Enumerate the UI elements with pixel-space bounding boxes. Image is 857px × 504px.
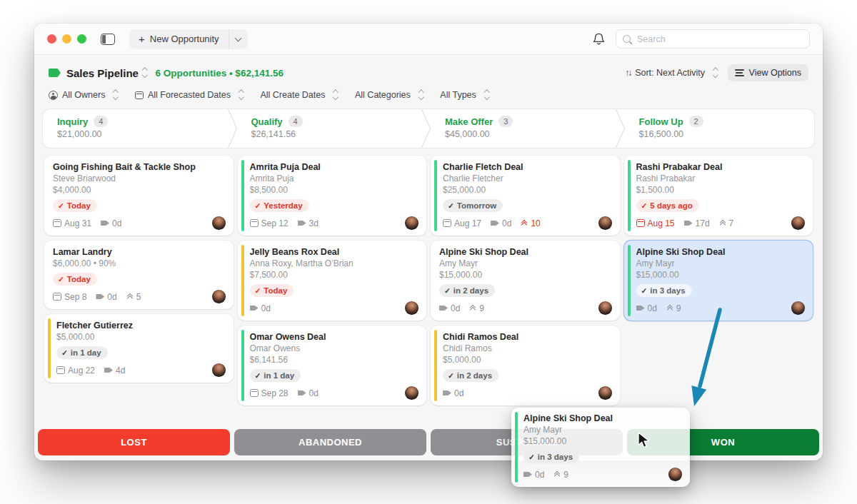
stage-age: 0d	[523, 470, 544, 480]
stage-age: 0d	[491, 218, 511, 228]
check-icon: ✓	[255, 287, 261, 295]
new-opportunity-dropdown[interactable]	[229, 29, 248, 49]
priority: 10	[521, 218, 540, 228]
forecast-date: Aug 31	[53, 218, 91, 228]
calendar-icon	[250, 389, 259, 397]
filter-owners[interactable]: All Owners	[49, 90, 118, 100]
avatar	[791, 216, 805, 230]
double-chevron-up-icon	[553, 471, 561, 478]
card-title: Going Fishing Bait & Tackle Shop	[53, 162, 226, 173]
opportunity-card[interactable]: Rashi Prabakar Deal Rashi Prabakar $1,50…	[624, 156, 813, 236]
sidebar-toggle-icon[interactable]	[101, 34, 115, 45]
category-stripe	[434, 330, 437, 401]
notifications-bell-icon[interactable]	[592, 32, 606, 46]
priority: 7	[719, 218, 734, 228]
stage-count-badge: 2	[689, 116, 703, 127]
forecast-date: Sep 28	[250, 388, 289, 398]
search-field[interactable]	[616, 29, 810, 49]
new-opportunity-button[interactable]: + New Opportunity	[129, 29, 229, 49]
calendar-icon	[443, 219, 451, 227]
abandoned-drop-button[interactable]: ABANDONED	[234, 429, 426, 455]
card-value: $6,141.56	[250, 355, 419, 366]
annotation-arrow-icon	[671, 300, 743, 414]
card-title: Omar Owens Deal	[250, 332, 419, 343]
filter-bar: All Owners All Forecasted Dates All Crea…	[34, 81, 823, 100]
stage-age: 0d	[298, 388, 319, 398]
card-value: $15,000.00	[636, 270, 806, 281]
avatar	[405, 386, 419, 400]
opportunity-card[interactable]: Jelly Beans Rox Deal Anna Roxy, Martha O…	[238, 241, 427, 321]
stage-make-offer[interactable]: Make Offer3 $45,000.00	[426, 109, 621, 148]
opportunity-card[interactable]: Amrita Puja Deal Amrita Puja $8,500.00 ✓…	[238, 156, 427, 236]
category-stripe	[241, 245, 244, 316]
check-icon: ✓	[448, 202, 454, 210]
calendar-icon	[56, 366, 65, 374]
opportunity-card[interactable]: Charlie Fletch Deal Charlie Fletcher $25…	[431, 156, 620, 236]
close-button[interactable]	[47, 34, 56, 44]
stage-follow-up[interactable]: Follow Up2 $16,500.00	[621, 109, 815, 148]
avatar	[405, 301, 419, 315]
check-icon: ✓	[444, 287, 451, 295]
card-title: Amrita Puja Deal	[250, 162, 419, 173]
lost-drop-button[interactable]: LOST	[38, 429, 230, 455]
zoom-button[interactable]	[77, 34, 86, 44]
filter-types[interactable]: All Types	[440, 90, 488, 100]
stage-inquiry[interactable]: Inquiry4 $21,000.00	[43, 109, 233, 148]
card-person: Amy Mayr	[439, 258, 612, 269]
card-title: Charlie Fletch Deal	[443, 162, 612, 173]
avatar	[212, 216, 226, 230]
chevron-updown-icon	[713, 69, 718, 77]
calendar-icon	[250, 219, 259, 227]
due-pill: ✓in 1 day	[250, 369, 301, 382]
minimize-button[interactable]	[62, 34, 71, 44]
check-icon: ✓	[255, 202, 261, 210]
view-options-button[interactable]: View Options	[728, 64, 808, 81]
card-title: Alpine Ski Shop Deal	[636, 247, 806, 258]
filter-categories[interactable]: All Categories	[355, 90, 423, 100]
tag-icon	[250, 305, 259, 311]
opportunity-card[interactable]: Lamar Landry $6,000.00 • 90% ✓Today Sep …	[44, 241, 234, 309]
opportunity-card[interactable]: Chidi Ramos Deal Chidi Ramos $5,000.00 ✓…	[431, 326, 620, 405]
tag-icon	[636, 305, 645, 311]
pipeline-switcher-chevrons-icon[interactable]	[143, 69, 147, 77]
card-value: $6,000.00 • 90%	[53, 258, 226, 269]
card-person: Rashi Prabakar	[636, 173, 806, 184]
tag-icon	[439, 305, 448, 311]
double-chevron-up-icon	[126, 293, 134, 301]
due-pill: ✓Today	[53, 273, 97, 286]
opportunity-card[interactable]: Alpine Ski Shop Deal Amy Mayr $15,000.00…	[431, 241, 620, 321]
sliders-icon	[735, 69, 744, 76]
stage-count-badge: 4	[289, 116, 303, 127]
window-toolbar: + New Opportunity	[34, 24, 823, 55]
due-pill: ✓in 3 days	[523, 450, 579, 463]
stage-age: 0d	[439, 303, 460, 313]
sort-arrows-icon: ↑↓	[625, 68, 631, 78]
calendar-icon	[135, 91, 144, 99]
check-icon: ✓	[58, 276, 64, 283]
opportunity-card[interactable]: Omar Owens Deal Omar Owens $6,141.56 ✓in…	[238, 326, 427, 405]
card-title: Alpine Ski Shop Deal	[439, 247, 612, 258]
pipeline-header: Sales Pipeline 6 Opportunities • $62,141…	[34, 55, 823, 81]
card-person: Amrita Puja	[250, 173, 419, 184]
card-footer: Aug 15 17d 7	[636, 216, 806, 230]
opportunity-card[interactable]: Going Fishing Bait & Tackle Shop Steve B…	[44, 156, 234, 236]
forecast-date: Sep 12	[250, 218, 289, 228]
due-pill: ✓5 days ago	[636, 199, 699, 212]
chevron-updown-icon	[485, 91, 489, 99]
filter-forecasted-dates[interactable]: All Forecasted Dates	[135, 90, 244, 100]
stage-bar: Inquiry4 $21,000.00 Qualify4 $26,141.56 …	[43, 109, 814, 148]
column-qualify: Amrita Puja Deal Amrita Puja $8,500.00 ✓…	[238, 156, 427, 405]
card-footer: 0d	[250, 301, 419, 315]
filter-create-dates[interactable]: All Create Dates	[260, 90, 338, 100]
stage-qualify[interactable]: Qualify4 $26,141.56	[233, 109, 427, 148]
stage-amount: $26,141.56	[251, 129, 427, 139]
stage-separator	[616, 109, 625, 148]
card-value: $4,000.00	[53, 185, 226, 196]
calendar-icon	[53, 219, 61, 227]
opportunity-card[interactable]: Fletcher Gutierrez $5,000.00 ✓in 1 day A…	[44, 314, 234, 383]
forecast-date: Sep 8	[53, 292, 86, 302]
category-stripe	[628, 245, 631, 316]
sort-control[interactable]: ↑↓ Sort: Next Activity	[625, 68, 717, 78]
dragged-card[interactable]: Alpine Ski Shop Deal Amy Mayr $15,000.00…	[511, 408, 690, 487]
search-input[interactable]	[636, 34, 803, 45]
